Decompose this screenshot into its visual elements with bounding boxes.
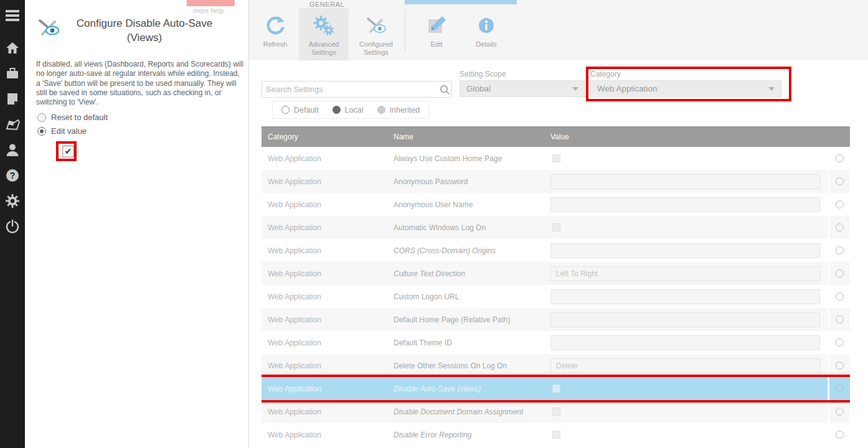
refresh-icon [263, 12, 287, 39]
cell-name: Custom Logon URL [394, 292, 550, 301]
chevron-down-icon [572, 87, 578, 91]
cell-name: Delete Other Sessions On Log On [394, 362, 550, 370]
cell-value [550, 223, 828, 231]
table-row[interactable]: Web ApplicationAutomatic Windows Log On [262, 216, 850, 239]
row-select-radio[interactable] [836, 362, 844, 370]
category-dropdown[interactable]: Web Application [590, 80, 781, 97]
value-input[interactable] [550, 174, 820, 189]
active-tab-indicator [405, 0, 517, 4]
row-select-radio[interactable] [836, 246, 844, 254]
cell-category: Web Application [262, 408, 394, 416]
menu-icon[interactable] [4, 7, 21, 24]
table-row[interactable]: Web ApplicationDelete Other Sessions On … [262, 354, 850, 377]
row-select-radio[interactable] [836, 269, 844, 278]
cell-value [550, 154, 828, 162]
value-input[interactable] [550, 335, 820, 350]
refresh-button[interactable]: Refresh [255, 8, 295, 60]
row-select-radio[interactable] [836, 292, 844, 301]
gears-icon [311, 12, 336, 39]
settings-gear-icon[interactable] [4, 193, 21, 209]
table-row[interactable]: Web ApplicationCustom Logon URL [262, 285, 850, 308]
power-icon[interactable] [4, 218, 21, 235]
value-input[interactable] [550, 358, 820, 373]
cell-name: Disable Document Domain Assignment [394, 408, 550, 416]
home-icon[interactable] [4, 40, 21, 56]
details-button[interactable]: Details [465, 8, 508, 60]
configured-settings-button[interactable]: Configured Settings [351, 8, 401, 60]
row-select-radio[interactable] [836, 385, 844, 393]
row-select-radio[interactable] [836, 154, 844, 162]
cell-value [550, 174, 828, 189]
table-row[interactable]: Web ApplicationDefault Theme ID [262, 331, 850, 354]
edit-button[interactable]: Edit [415, 8, 458, 60]
header-value: Value [550, 133, 850, 141]
settings-table: Category Name Value Web ApplicationAlway… [262, 126, 850, 448]
search-input[interactable] [262, 85, 438, 94]
table-row[interactable]: Web ApplicationAnonymous User Name [262, 193, 850, 216]
value-input[interactable] [550, 243, 820, 258]
reset-to-default-radio[interactable]: Reset to default [37, 113, 108, 122]
table-row[interactable]: Web ApplicationAlways Use Custom Home Pa… [262, 147, 850, 170]
cell-name: Always Use Custom Home Page [394, 154, 550, 163]
value-checkbox[interactable] [552, 431, 560, 439]
row-select-radio[interactable] [836, 223, 844, 231]
folder-icon[interactable] [4, 116, 21, 133]
user-icon[interactable] [4, 142, 21, 158]
cell-category: Web Application [262, 154, 394, 163]
main-area: GENERAL Refresh Advanced S [249, 0, 868, 448]
category-value: Web Application [597, 84, 658, 93]
ribbon-group-label: GENERAL [249, 1, 405, 8]
table-row[interactable]: Web ApplicationDisable Auto-Save (views) [262, 377, 850, 400]
legend-default[interactable]: Default [281, 106, 319, 114]
value-input[interactable] [550, 312, 820, 327]
row-select-radio[interactable] [836, 177, 844, 185]
cell-name: Anonymous Password [394, 177, 550, 186]
row-select-radio[interactable] [836, 315, 844, 324]
edit-value-radio[interactable]: Edit value [37, 126, 108, 136]
table-row[interactable]: Web ApplicationDefault Home Page (Relati… [262, 308, 850, 331]
cell-value [550, 335, 828, 350]
cell-category: Web Application [262, 385, 394, 393]
info-icon [476, 12, 497, 39]
briefcase-icon[interactable] [4, 65, 21, 82]
cell-value [550, 289, 828, 304]
value-checkbox[interactable] [552, 408, 560, 416]
search-icon[interactable] [438, 84, 451, 95]
edit-mode-options: Reset to default Edit value [37, 113, 108, 140]
advanced-settings-button[interactable]: Advanced Settings [299, 8, 349, 60]
header-name: Name [394, 133, 550, 141]
legend-inherited[interactable]: Inherited [377, 106, 420, 114]
panel-title: Configure Disable Auto-Save (Views) [36, 16, 235, 45]
help-video-button[interactable] [187, 0, 235, 6]
row-select-radio[interactable] [836, 338, 844, 347]
help-icon[interactable]: ? [4, 167, 21, 184]
cell-name: Automatic Windows Log On [394, 223, 550, 232]
row-select-radio[interactable] [836, 431, 844, 439]
value-checkbox[interactable] [552, 385, 560, 393]
table-row[interactable]: Web ApplicationAnonymous Password [262, 170, 850, 193]
row-select-radio[interactable] [836, 200, 844, 208]
table-row[interactable]: Web ApplicationDisable Error Reporting [262, 423, 850, 446]
table-row[interactable]: Web ApplicationCulture Text Direction [262, 262, 850, 285]
value-checkbox[interactable]: ✔ [62, 146, 74, 157]
value-checkbox[interactable] [552, 154, 560, 162]
cell-name: Anonymous User Name [394, 200, 550, 209]
table-row[interactable]: Web ApplicationCORS (Cross-Domain) Origi… [262, 239, 850, 262]
value-input[interactable] [550, 266, 820, 281]
legend-local[interactable]: Local [333, 106, 364, 114]
table-row[interactable]: Web ApplicationDisable Document Domain A… [262, 400, 850, 423]
cell-category: Web Application [262, 315, 394, 324]
cell-value [550, 408, 828, 416]
setting-scope-dropdown[interactable]: Global [460, 80, 585, 97]
value-input[interactable] [550, 289, 820, 304]
value-checkbox[interactable] [552, 223, 560, 231]
tools-eye-icon [364, 12, 388, 39]
config-panel: more help Configure Disable Auto-Save (V… [25, 0, 249, 448]
default-dot-icon [281, 106, 290, 114]
note-icon[interactable] [4, 91, 21, 107]
cell-category: Web Application [262, 200, 394, 209]
value-input[interactable] [550, 197, 820, 212]
cell-category: Web Application [262, 338, 394, 347]
row-select-radio[interactable] [836, 408, 844, 416]
more-help-link[interactable]: more help [193, 7, 224, 14]
